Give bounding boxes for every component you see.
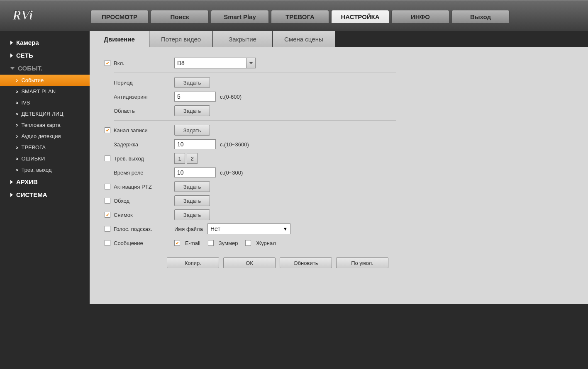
chevron-right-icon: [10, 41, 13, 45]
voice-checkbox[interactable]: [105, 226, 110, 232]
nav-preview[interactable]: ПРОСМОТР: [90, 10, 149, 23]
nav-smartplay[interactable]: Smart Play: [211, 10, 269, 23]
buzzer-checkbox[interactable]: [208, 240, 214, 246]
top-nav: ПРОСМОТР Поиск Smart Play ТРЕВОГА НАСТРО…: [90, 10, 510, 23]
tab-scenechange[interactable]: Смена сцены: [273, 31, 335, 47]
enable-label: Вкл.: [114, 60, 174, 66]
tab-tampering[interactable]: Закрытие: [213, 31, 273, 47]
sidebar-group-network[interactable]: СЕТЬ: [0, 49, 90, 62]
record-channel-set-button[interactable]: Задать: [174, 125, 210, 136]
message-label: Сообщение: [114, 240, 174, 246]
sidebar: Камера СЕТЬ СОБЫТ. Событие SMART PLAN IV…: [0, 31, 90, 369]
log-checkbox[interactable]: [245, 240, 251, 246]
sidebar-group-system[interactable]: СИСТЕМА: [0, 188, 90, 201]
header-bar: RVi ПРОСМОТР Поиск Smart Play ТРЕВОГА НА…: [0, 0, 588, 31]
sidebar-item-ivs[interactable]: IVS: [0, 97, 90, 108]
sidebar-group-archive[interactable]: АРХИВ: [0, 175, 90, 188]
chevron-down-icon: [10, 67, 15, 70]
relay-time-label: Время реле: [114, 170, 174, 176]
sidebar-item-audio[interactable]: Аудио детекция: [0, 131, 90, 142]
record-channel-checkbox[interactable]: [105, 127, 110, 133]
logo: RVi: [12, 5, 66, 26]
tour-label: Обход: [114, 198, 174, 204]
snapshot-set-button[interactable]: Задать: [174, 209, 210, 220]
ptz-label: Активация PTZ: [114, 184, 174, 190]
antidither-input[interactable]: [174, 92, 216, 102]
antidither-suffix: с.(0-600): [220, 94, 242, 100]
sidebar-group-events[interactable]: СОБЫТ.: [0, 62, 90, 75]
sidebar-item-alarm[interactable]: ТРЕВОГА: [0, 142, 90, 153]
channel-select[interactable]: D8: [174, 58, 256, 68]
nav-exit[interactable]: Выход: [451, 10, 510, 23]
antidither-label: Антидизеринг: [114, 94, 174, 100]
tour-set-button[interactable]: Задать: [174, 195, 210, 206]
sidebar-item-event[interactable]: Событие: [0, 75, 90, 86]
snapshot-checkbox[interactable]: [105, 212, 110, 218]
relay-time-suffix: с.(0~300): [220, 170, 243, 176]
filename-label: Имя файла: [174, 226, 207, 232]
nav-alarm[interactable]: ТРЕВОГА: [271, 10, 329, 23]
sidebar-group-camera[interactable]: Камера: [0, 36, 90, 49]
delay-input[interactable]: [174, 139, 216, 149]
sidebar-item-alarmout[interactable]: Трев. выход: [0, 164, 90, 175]
nav-info[interactable]: ИНФО: [391, 10, 449, 23]
relay-time-input[interactable]: [174, 168, 216, 177]
separator: [114, 73, 396, 73]
log-label: Журнал: [256, 240, 276, 246]
chevron-right-icon: [10, 180, 13, 184]
chevron-right-icon: [10, 53, 13, 58]
alarm-out-2-button[interactable]: 2: [187, 153, 198, 164]
tour-checkbox[interactable]: [105, 198, 110, 204]
tab-motion[interactable]: Движение: [90, 31, 149, 47]
separator: [114, 120, 396, 121]
filename-select[interactable]: Нет ▼: [207, 223, 290, 234]
nav-search[interactable]: Поиск: [151, 10, 209, 23]
ok-button[interactable]: ОК: [223, 257, 276, 268]
delay-label: Задержка: [114, 141, 174, 148]
enable-checkbox[interactable]: [105, 60, 110, 66]
record-channel-label: Канал записи: [114, 127, 174, 134]
email-label: E-mail: [185, 240, 200, 246]
svg-text:RVi: RVi: [12, 7, 33, 22]
period-label: Период: [114, 80, 174, 86]
form-panel: Вкл. D8 Период Задать Антидизеринг: [90, 47, 588, 304]
sidebar-item-face[interactable]: ДЕТЕКЦИЯ ЛИЦ: [0, 108, 90, 119]
chevron-down-icon: [249, 62, 253, 64]
sidebar-item-errors[interactable]: ОШИБКИ: [0, 153, 90, 164]
delay-suffix: с.(10~3600): [220, 141, 249, 148]
nav-setup[interactable]: НАСТРОЙКА: [331, 10, 389, 23]
refresh-button[interactable]: Обновить: [280, 257, 332, 268]
sidebar-item-heatmap[interactable]: Тепловая карта: [0, 119, 90, 131]
area-label: Область: [114, 108, 174, 114]
chevron-right-icon: [10, 193, 13, 197]
default-button[interactable]: По умол.: [336, 257, 388, 268]
ptz-set-button[interactable]: Задать: [174, 181, 210, 192]
copy-button[interactable]: Копир.: [167, 257, 219, 268]
alarm-out-1-button[interactable]: 1: [174, 153, 185, 164]
tabs-bar: Движение Потеря видео Закрытие Смена сце…: [90, 31, 588, 47]
tab-videoloss[interactable]: Потеря видео: [149, 31, 213, 47]
ptz-checkbox[interactable]: [105, 184, 110, 189]
period-set-button[interactable]: Задать: [174, 77, 210, 88]
alarm-out-checkbox[interactable]: [105, 155, 110, 161]
tab-spacer: [335, 31, 588, 47]
alarm-out-label: Трев. выход: [114, 155, 174, 162]
buzzer-label: Зуммер: [219, 240, 238, 246]
message-checkbox[interactable]: [105, 240, 110, 246]
sidebar-item-smartplan[interactable]: SMART PLAN: [0, 86, 90, 97]
email-checkbox[interactable]: [174, 240, 180, 246]
snapshot-label: Снимок: [114, 212, 174, 218]
area-set-button[interactable]: Задать: [174, 105, 210, 116]
main-panel: Движение Потеря видео Закрытие Смена сце…: [90, 31, 588, 369]
voice-label: Голос. подсказ.: [114, 226, 174, 232]
